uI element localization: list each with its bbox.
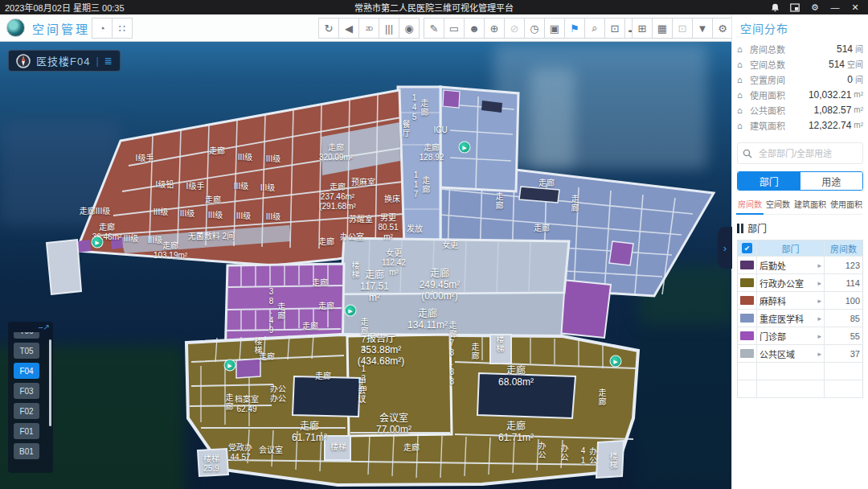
table-row[interactable]: 麻醉科▸ 100 (738, 292, 862, 310)
room-label: 走廊 117.51 m² (360, 269, 389, 303)
subtab-usable-area[interactable]: 使用面积 (830, 198, 862, 210)
room-label: 走廊 61.71m² (498, 421, 534, 443)
app-logo (6, 18, 25, 37)
room-label: 换床 (384, 195, 400, 204)
floor-list: T06T05F04F03F02F01B01 (14, 332, 48, 474)
cctv-marker-icon[interactable]: ▶ (459, 142, 471, 154)
filter-icon[interactable]: ▼ (692, 18, 713, 39)
table-icon[interactable]: ▦ (652, 18, 673, 39)
reset-view-icon[interactable]: ↻ (318, 18, 339, 39)
expand-arrow-icon: ▸ (817, 332, 821, 340)
room-label: 走廊III级 (80, 207, 110, 216)
tab-usage[interactable]: 用途 (800, 172, 863, 190)
stats-list: ⌂ 房间总数 514 间 ⌂ 空间总数 514 空间 ⌂ 空置房间 0 间 ⌂ … (737, 41, 863, 133)
room-label: 走廊 (569, 195, 579, 212)
visibility-icon[interactable]: ◉ (399, 18, 420, 39)
subtab-room-count[interactable]: 房间数 (738, 198, 762, 210)
camera-off-icon[interactable]: ⊘ (504, 18, 525, 39)
room-label: 走廊 61.71m² (292, 421, 327, 443)
table-row[interactable]: 行政办公室▸ 114 (738, 274, 862, 292)
back-icon[interactable]: ◀ (338, 18, 359, 39)
screen-capture-icon[interactable] (790, 2, 800, 12)
room-label: 走廊 (403, 443, 420, 453)
subtab-building-area[interactable]: 建筑面积 (794, 198, 826, 210)
expand-arrow-icon: ▸ (817, 314, 821, 323)
room-label: 走廊 (596, 388, 606, 406)
panel-collapse-handle[interactable]: › (718, 227, 732, 269)
cctv-marker-icon[interactable]: ▶ (610, 355, 622, 368)
department-color-swatch (740, 331, 754, 340)
stat-unit: 间 (855, 43, 863, 55)
floor-button-f01[interactable]: F01 (14, 423, 39, 439)
room-label: 楼梯 (350, 261, 359, 279)
expand-panel-icon[interactable]: –↗ (39, 323, 50, 331)
floor-plan-shapes (0, 0, 731, 489)
room-label: 苏醒室 (349, 215, 373, 224)
3d-scene-viewport[interactable]: I级手III级III级走廊走廊 320.09m²I级铅I级手III级III级走廊… (0, 0, 731, 489)
floor-button-b01[interactable]: B01 (14, 443, 39, 459)
globe-icon[interactable]: ⊕ (484, 18, 505, 39)
floor-button-f02[interactable]: F02 (14, 403, 39, 419)
close-icon[interactable]: ✕ (850, 2, 860, 12)
table-row[interactable]: 门诊部▸ 55 (738, 327, 862, 345)
notification-bell-icon[interactable] (770, 2, 780, 12)
metric-subtabs: 房间数空间数建筑面积使用面积 (737, 198, 863, 215)
floor-plan-3d[interactable]: I级手III级III级走廊走廊 320.09m²I级铅I级手III级III级走廊… (0, 0, 731, 489)
stat-value: 514 (829, 59, 845, 70)
compass-icon[interactable] (16, 54, 31, 68)
department-table: ✔ 部门 房间数 后勤处▸ 123 行政办公室▸ 114 麻醉科▸ (737, 240, 863, 398)
floor-button-f03[interactable]: F03 (14, 383, 39, 399)
empty-table-row (738, 363, 862, 380)
room-label: 办公室 (340, 232, 364, 242)
room-label: 办公 (536, 442, 546, 459)
room-label: 走廊 (318, 237, 334, 247)
label-card-icon[interactable]: ▭ (444, 18, 465, 39)
settings-icon[interactable]: ⚙ (712, 18, 733, 39)
people-icon[interactable]: ☻ (464, 18, 485, 39)
2d-mode-icon[interactable]: 2D (358, 18, 379, 39)
settings-gear-icon[interactable]: ⚙ (810, 2, 820, 12)
room-label: 走廊 249.45m² (0.00m²) (420, 268, 461, 302)
room-label: III级 (154, 208, 168, 217)
room-label: III级 (234, 182, 248, 191)
draw-icon[interactable]: ✎ (424, 18, 444, 39)
minimize-icon[interactable]: — (830, 2, 840, 12)
table-row[interactable]: 后勤处▸ 123 (738, 257, 862, 274)
floor-split-icon[interactable]: ||| (379, 18, 399, 39)
room-label: 会议室 (259, 446, 283, 455)
room-label: III级 (208, 211, 223, 220)
pie-chart-icon[interactable]: ◔ (92, 18, 113, 39)
cctv-icon[interactable]: ⚑ (564, 18, 585, 39)
room-label: 走廊 (493, 192, 503, 210)
department-name: 行政办公室 (760, 277, 804, 290)
dashboard-icon[interactable]: ⊞ (632, 18, 653, 39)
search-input[interactable] (757, 148, 858, 159)
department-color-swatch (740, 314, 754, 323)
badge-divider: | (96, 55, 98, 67)
history-icon[interactable]: ◷ (524, 18, 545, 39)
toolbar-group-view: ↻◀2D|||◉ (319, 18, 420, 39)
grid-view-icon[interactable]: ∷ (112, 18, 133, 39)
cctv-marker-icon[interactable]: ▶ (345, 305, 357, 317)
search-icon[interactable]: ⌕ (584, 18, 605, 39)
select-all-checkbox[interactable]: ✔ (742, 243, 752, 253)
edit-disabled-icon[interactable]: ⊡ (672, 18, 693, 39)
floor-button-f04[interactable]: F04 (14, 363, 39, 379)
edit-icon[interactable]: ⊡ (604, 18, 625, 39)
floor-button-t05[interactable]: T05 (14, 343, 39, 359)
snapshot-icon[interactable]: ▣ (544, 18, 565, 39)
floor-scrollbar[interactable] (49, 339, 51, 426)
table-row[interactable]: 公共区域▸ 37 (738, 345, 862, 363)
tab-department[interactable]: 部门 (738, 172, 800, 190)
room-label: III级 (260, 183, 275, 193)
cctv-marker-icon[interactable]: ▶ (92, 236, 104, 249)
stat-value: 0 (847, 74, 853, 85)
cctv-marker-icon[interactable]: ▶ (224, 360, 236, 372)
floor-button-t06[interactable]: T06 (14, 332, 39, 339)
room-label: III级 (266, 154, 280, 164)
table-row[interactable]: 重症医学科▸ 85 (738, 310, 862, 327)
subtab-space-count[interactable]: 空间数 (766, 198, 790, 210)
room-label: 走廊 (534, 224, 550, 233)
room-label: I级铅 (156, 180, 174, 190)
floor-list-icon[interactable]: ≣ (104, 55, 113, 67)
